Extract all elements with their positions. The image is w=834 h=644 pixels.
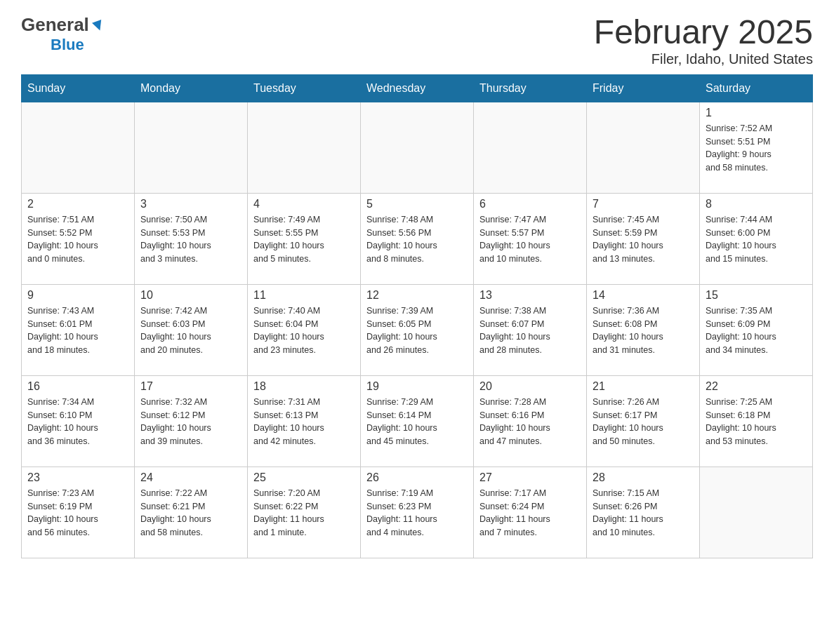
day-number: 14 bbox=[593, 289, 694, 302]
day-info: Sunrise: 7:45 AMSunset: 5:59 PMDaylight:… bbox=[593, 213, 694, 266]
day-info: Sunrise: 7:15 AMSunset: 6:26 PMDaylight:… bbox=[593, 487, 694, 539]
table-row: 10Sunrise: 7:42 AMSunset: 6:03 PMDayligh… bbox=[135, 284, 248, 375]
day-number: 4 bbox=[253, 198, 355, 210]
logo: General Blue bbox=[21, 14, 106, 54]
day-number: 25 bbox=[253, 471, 355, 484]
day-info: Sunrise: 7:26 AMSunset: 6:17 PMDaylight:… bbox=[593, 396, 694, 448]
day-number: 27 bbox=[479, 471, 581, 484]
day-number: 11 bbox=[253, 289, 355, 302]
table-row: 20Sunrise: 7:28 AMSunset: 6:16 PMDayligh… bbox=[474, 375, 587, 467]
page-title: February 2025 bbox=[594, 14, 813, 51]
day-info: Sunrise: 7:20 AMSunset: 6:22 PMDaylight:… bbox=[253, 487, 355, 539]
table-row: 14Sunrise: 7:36 AMSunset: 6:08 PMDayligh… bbox=[587, 284, 700, 375]
page-subtitle: Filer, Idaho, United States bbox=[594, 51, 813, 67]
day-number: 3 bbox=[140, 198, 241, 210]
day-info: Sunrise: 7:52 AMSunset: 5:51 PMDaylight:… bbox=[706, 122, 807, 175]
day-info: Sunrise: 7:31 AMSunset: 6:13 PMDaylight:… bbox=[253, 396, 355, 448]
table-row: 28Sunrise: 7:15 AMSunset: 6:26 PMDayligh… bbox=[587, 467, 700, 558]
day-number: 9 bbox=[27, 289, 128, 302]
calendar-table: Sunday Monday Tuesday Wednesday Thursday… bbox=[21, 74, 813, 558]
day-info: Sunrise: 7:19 AMSunset: 6:23 PMDaylight:… bbox=[366, 487, 468, 539]
table-row: 3Sunrise: 7:50 AMSunset: 5:53 PMDaylight… bbox=[135, 193, 248, 284]
table-row: 7Sunrise: 7:45 AMSunset: 5:59 PMDaylight… bbox=[587, 193, 700, 284]
title-area: February 2025 Filer, Idaho, United State… bbox=[594, 14, 813, 67]
day-info: Sunrise: 7:23 AMSunset: 6:19 PMDaylight:… bbox=[27, 487, 128, 539]
day-info: Sunrise: 7:36 AMSunset: 6:08 PMDaylight:… bbox=[593, 304, 694, 357]
day-number: 1 bbox=[706, 107, 807, 119]
table-row: 5Sunrise: 7:48 AMSunset: 5:56 PMDaylight… bbox=[361, 193, 474, 284]
day-info: Sunrise: 7:32 AMSunset: 6:12 PMDaylight:… bbox=[140, 396, 241, 448]
day-info: Sunrise: 7:22 AMSunset: 6:21 PMDaylight:… bbox=[140, 487, 241, 539]
table-row: 23Sunrise: 7:23 AMSunset: 6:19 PMDayligh… bbox=[22, 467, 135, 558]
day-info: Sunrise: 7:42 AMSunset: 6:03 PMDaylight:… bbox=[140, 304, 241, 357]
table-row: 16Sunrise: 7:34 AMSunset: 6:10 PMDayligh… bbox=[22, 375, 135, 467]
header-tuesday: Tuesday bbox=[248, 74, 361, 102]
table-row bbox=[22, 102, 135, 193]
table-row bbox=[135, 102, 248, 193]
day-info: Sunrise: 7:50 AMSunset: 5:53 PMDaylight:… bbox=[140, 213, 241, 266]
day-number: 16 bbox=[27, 380, 128, 393]
table-row bbox=[587, 102, 700, 193]
svg-marker-0 bbox=[92, 20, 105, 32]
calendar-week-row: 2Sunrise: 7:51 AMSunset: 5:52 PMDaylight… bbox=[22, 193, 813, 284]
day-number: 26 bbox=[366, 471, 468, 484]
logo-triangle-icon bbox=[91, 18, 106, 34]
logo-blue-text: Blue bbox=[51, 36, 84, 53]
table-row bbox=[474, 102, 587, 193]
day-number: 28 bbox=[593, 471, 694, 484]
day-number: 18 bbox=[253, 380, 355, 393]
day-info: Sunrise: 7:39 AMSunset: 6:05 PMDaylight:… bbox=[366, 304, 468, 357]
table-row: 22Sunrise: 7:25 AMSunset: 6:18 PMDayligh… bbox=[700, 375, 813, 467]
day-number: 22 bbox=[706, 380, 807, 393]
day-number: 5 bbox=[366, 198, 468, 210]
table-row: 11Sunrise: 7:40 AMSunset: 6:04 PMDayligh… bbox=[248, 284, 361, 375]
calendar-week-row: 9Sunrise: 7:43 AMSunset: 6:01 PMDaylight… bbox=[22, 284, 813, 375]
table-row: 21Sunrise: 7:26 AMSunset: 6:17 PMDayligh… bbox=[587, 375, 700, 467]
logo-general-text: General bbox=[21, 14, 89, 36]
header-friday: Friday bbox=[587, 74, 700, 102]
day-info: Sunrise: 7:40 AMSunset: 6:04 PMDaylight:… bbox=[253, 304, 355, 357]
day-info: Sunrise: 7:34 AMSunset: 6:10 PMDaylight:… bbox=[27, 396, 128, 448]
day-number: 10 bbox=[140, 289, 241, 302]
header-thursday: Thursday bbox=[474, 74, 587, 102]
day-number: 17 bbox=[140, 380, 241, 393]
table-row: 15Sunrise: 7:35 AMSunset: 6:09 PMDayligh… bbox=[700, 284, 813, 375]
day-number: 2 bbox=[27, 198, 128, 210]
day-info: Sunrise: 7:44 AMSunset: 6:00 PMDaylight:… bbox=[706, 213, 807, 266]
table-row: 17Sunrise: 7:32 AMSunset: 6:12 PMDayligh… bbox=[135, 375, 248, 467]
table-row bbox=[700, 467, 813, 558]
header-wednesday: Wednesday bbox=[361, 74, 474, 102]
table-row: 8Sunrise: 7:44 AMSunset: 6:00 PMDaylight… bbox=[700, 193, 813, 284]
day-info: Sunrise: 7:47 AMSunset: 5:57 PMDaylight:… bbox=[479, 213, 581, 266]
day-info: Sunrise: 7:35 AMSunset: 6:09 PMDaylight:… bbox=[706, 304, 807, 357]
day-number: 24 bbox=[140, 471, 241, 484]
day-number: 23 bbox=[27, 471, 128, 484]
day-number: 6 bbox=[479, 198, 581, 210]
day-info: Sunrise: 7:28 AMSunset: 6:16 PMDaylight:… bbox=[479, 396, 581, 448]
day-number: 19 bbox=[366, 380, 468, 393]
day-number: 13 bbox=[479, 289, 581, 302]
header-sunday: Sunday bbox=[22, 74, 135, 102]
page-header: General Blue February 2025 Filer, Idaho,… bbox=[21, 14, 813, 67]
day-number: 12 bbox=[366, 289, 468, 302]
table-row: 27Sunrise: 7:17 AMSunset: 6:24 PMDayligh… bbox=[474, 467, 587, 558]
day-info: Sunrise: 7:29 AMSunset: 6:14 PMDaylight:… bbox=[366, 396, 468, 448]
day-number: 20 bbox=[479, 380, 581, 393]
table-row bbox=[361, 102, 474, 193]
table-row: 6Sunrise: 7:47 AMSunset: 5:57 PMDaylight… bbox=[474, 193, 587, 284]
table-row: 18Sunrise: 7:31 AMSunset: 6:13 PMDayligh… bbox=[248, 375, 361, 467]
day-info: Sunrise: 7:51 AMSunset: 5:52 PMDaylight:… bbox=[27, 213, 128, 266]
day-info: Sunrise: 7:25 AMSunset: 6:18 PMDaylight:… bbox=[706, 396, 807, 448]
table-row: 26Sunrise: 7:19 AMSunset: 6:23 PMDayligh… bbox=[361, 467, 474, 558]
day-number: 8 bbox=[706, 198, 807, 210]
day-info: Sunrise: 7:17 AMSunset: 6:24 PMDaylight:… bbox=[479, 487, 581, 539]
table-row: 2Sunrise: 7:51 AMSunset: 5:52 PMDaylight… bbox=[22, 193, 135, 284]
day-info: Sunrise: 7:43 AMSunset: 6:01 PMDaylight:… bbox=[27, 304, 128, 357]
table-row: 19Sunrise: 7:29 AMSunset: 6:14 PMDayligh… bbox=[361, 375, 474, 467]
calendar-week-row: 16Sunrise: 7:34 AMSunset: 6:10 PMDayligh… bbox=[22, 375, 813, 467]
calendar-week-row: 1Sunrise: 7:52 AMSunset: 5:51 PMDaylight… bbox=[22, 102, 813, 193]
calendar-header-row: Sunday Monday Tuesday Wednesday Thursday… bbox=[22, 74, 813, 102]
table-row: 13Sunrise: 7:38 AMSunset: 6:07 PMDayligh… bbox=[474, 284, 587, 375]
header-monday: Monday bbox=[135, 74, 248, 102]
day-info: Sunrise: 7:38 AMSunset: 6:07 PMDaylight:… bbox=[479, 304, 581, 357]
